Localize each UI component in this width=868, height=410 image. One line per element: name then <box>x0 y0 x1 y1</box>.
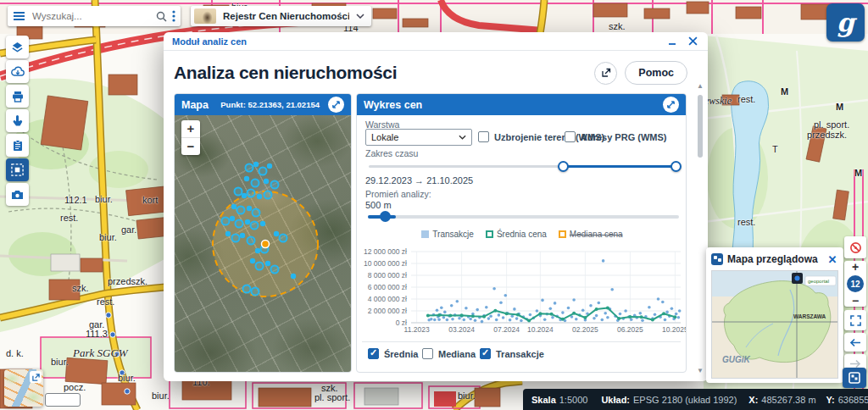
scatter-point[interactable] <box>489 315 492 319</box>
scatter-point[interactable] <box>511 315 515 319</box>
touch-tool-button[interactable] <box>6 109 29 132</box>
checkbox[interactable] <box>368 348 379 359</box>
scatter-point[interactable] <box>551 316 554 319</box>
scatter-point[interactable] <box>543 318 547 321</box>
scatter-point[interactable] <box>677 316 681 319</box>
transaction-map-marker[interactable] <box>250 258 255 263</box>
line-point[interactable] <box>527 319 531 323</box>
close-icon[interactable]: ✕ <box>826 253 838 266</box>
scatter-point[interactable] <box>476 308 479 312</box>
transaction-map-marker[interactable] <box>230 216 235 221</box>
transaction-map-marker[interactable] <box>225 231 231 236</box>
registry-selector[interactable]: Rejestr Cen Nieruchomości <box>191 6 371 26</box>
checkbox[interactable] <box>480 348 491 359</box>
scatter-point[interactable] <box>529 313 532 317</box>
scatter-point[interactable] <box>499 301 503 304</box>
transaction-map-marker[interactable] <box>236 220 243 228</box>
series-toggle-transakcje[interactable]: Transakcje <box>480 348 544 359</box>
zoom-in-button[interactable]: + <box>852 262 859 272</box>
line-point[interactable] <box>595 308 598 311</box>
line-point[interactable] <box>437 313 441 317</box>
scatter-point[interactable] <box>598 302 601 305</box>
scatter-point[interactable] <box>593 317 596 320</box>
scroll-up-icon[interactable]: ▲ <box>697 83 704 90</box>
minimap-thumbnail[interactable] <box>4 369 43 407</box>
scatter-point[interactable] <box>465 307 468 310</box>
layer-select[interactable]: Lokale <box>365 129 472 146</box>
transaction-map-marker[interactable] <box>253 209 260 217</box>
camera-tool-button[interactable] <box>6 183 29 206</box>
legend-item-mediana[interactable]: Mediana cena <box>559 230 623 239</box>
wms-checkbox-adresy[interactable]: Adresy PRG (WMS) <box>565 131 666 142</box>
scatter-point[interactable] <box>436 309 439 313</box>
scatter-point[interactable] <box>581 309 585 313</box>
scatter-point[interactable] <box>437 318 441 321</box>
transaction-map-marker[interactable] <box>267 163 272 169</box>
line-point[interactable] <box>617 317 620 320</box>
transaction-map-marker[interactable] <box>242 193 247 198</box>
close-icon[interactable] <box>686 35 699 48</box>
radius-slider[interactable] <box>368 215 679 219</box>
line-point[interactable] <box>572 312 576 315</box>
transaction-map-marker[interactable] <box>247 206 252 211</box>
transaction-map-marker[interactable] <box>271 266 279 274</box>
scatter-point[interactable] <box>469 318 472 321</box>
transaction-map-marker[interactable] <box>260 221 265 226</box>
transaction-map-marker[interactable] <box>244 176 249 181</box>
scatter-point[interactable] <box>639 312 643 315</box>
history-back-button[interactable] <box>844 333 866 352</box>
transaction-map-marker[interactable] <box>231 204 236 209</box>
analysis-tool-button[interactable] <box>6 158 29 181</box>
scatter-point[interactable] <box>595 314 598 318</box>
scatter-point[interactable] <box>575 318 578 321</box>
transaction-map-marker[interactable] <box>245 219 250 224</box>
line-point[interactable] <box>493 309 497 313</box>
transaction-map-marker[interactable] <box>255 248 260 253</box>
map-zoom-in-button[interactable]: + <box>181 120 200 138</box>
line-point[interactable] <box>662 312 665 315</box>
fullscreen-button[interactable] <box>844 310 866 330</box>
scatter-point[interactable] <box>678 309 682 313</box>
line-point[interactable] <box>606 307 609 310</box>
scatter-point[interactable] <box>610 288 614 291</box>
transaction-map-marker[interactable] <box>222 218 230 225</box>
scatter-point[interactable] <box>520 319 523 323</box>
transaction-map-marker[interactable] <box>291 274 296 279</box>
checkbox[interactable] <box>478 131 489 142</box>
line-point[interactable] <box>460 313 464 317</box>
transaction-map-marker[interactable] <box>235 188 242 196</box>
line-point[interactable] <box>673 315 676 319</box>
scatter-point[interactable] <box>458 317 461 320</box>
scatter-point[interactable] <box>474 319 477 322</box>
map-expand-button[interactable] <box>328 97 344 113</box>
minimize-icon[interactable] <box>665 35 679 48</box>
chevron-down-icon[interactable] <box>356 14 364 19</box>
geoportal-logo[interactable]: g <box>826 3 865 42</box>
location-off-button[interactable] <box>844 236 866 258</box>
scroll-down-icon[interactable]: ▼ <box>697 368 704 374</box>
scatter-point[interactable] <box>541 299 544 302</box>
line-point[interactable] <box>538 312 542 315</box>
open-external-button[interactable] <box>594 62 617 85</box>
scatter-point[interactable] <box>495 319 498 322</box>
scatter-point[interactable] <box>451 318 454 321</box>
transaction-map-marker[interactable] <box>259 168 267 175</box>
scatter-point[interactable] <box>606 316 609 319</box>
scatter-point[interactable] <box>502 316 505 319</box>
scatter-point[interactable] <box>492 287 496 291</box>
map-zoom-out-button[interactable]: − <box>181 138 200 155</box>
print-tool-button[interactable] <box>6 85 29 108</box>
legend-item-srednia[interactable]: Średnia cena <box>486 230 547 239</box>
line-point[interactable] <box>628 315 632 319</box>
chart-expand-button[interactable] <box>663 97 679 113</box>
line-point[interactable] <box>471 314 475 318</box>
scatter-point[interactable] <box>498 313 501 317</box>
transaction-map-marker[interactable] <box>264 191 272 199</box>
line-point[interactable] <box>583 316 587 319</box>
scatter-point[interactable] <box>664 319 667 322</box>
scatter-point[interactable] <box>661 301 665 304</box>
scatter-point[interactable] <box>675 313 678 316</box>
scatter-point[interactable] <box>561 311 565 314</box>
transaction-map-marker[interactable] <box>243 285 251 293</box>
transaction-map-marker[interactable] <box>252 180 259 187</box>
